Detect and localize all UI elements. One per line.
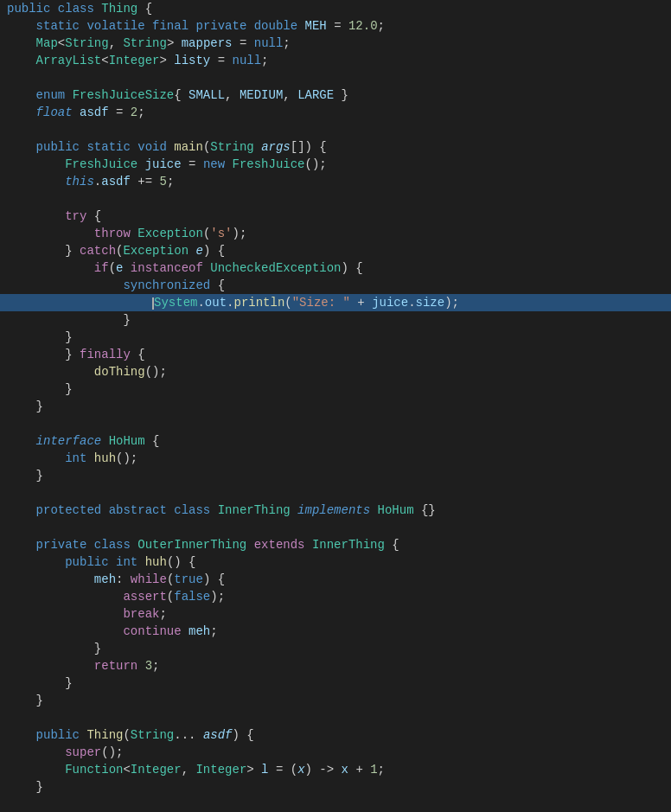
code-line-23: }	[0, 380, 671, 398]
code-line-14: throw Exception('s');	[0, 225, 671, 242]
code-line-20: }	[0, 329, 671, 346]
code-line-4: ArrayList<Integer> listy = null;	[0, 52, 671, 69]
code-line-46: }	[0, 778, 671, 796]
code-line-26: interface HoHum {	[0, 432, 671, 450]
code-line-34: meh: while(true) {	[0, 571, 671, 588]
code-line-38: }	[0, 640, 671, 657]
code-line-32: private class OuterInnerThing extends In…	[0, 536, 671, 553]
code-line-41: }	[0, 692, 671, 709]
code-line-39: return 3;	[0, 657, 671, 675]
code-line-7: float asdf = 2;	[0, 104, 671, 121]
code-line-37: continue meh;	[0, 623, 671, 640]
code-line-5	[0, 69, 671, 86]
code-line-43: public Thing(String... asdf) {	[0, 726, 671, 744]
code-line-40: }	[0, 675, 671, 692]
code-line-35: assert(false);	[0, 588, 671, 605]
code-line-8	[0, 121, 671, 138]
code-line-2: static volatile final private double MEH…	[0, 17, 671, 35]
code-line-9: public static void main(String args[]) {	[0, 138, 671, 156]
code-line-18: System.out.println("Size: " + juice.size…	[0, 294, 671, 311]
code-line-33: public int huh() {	[0, 553, 671, 571]
code-line-29	[0, 484, 671, 502]
code-line-21: } finally {	[0, 346, 671, 363]
code-line-22: doThing();	[0, 363, 671, 380]
code-editor: public class Thing { static volatile fin…	[0, 0, 671, 812]
code-line-11: this.asdf += 5;	[0, 173, 671, 190]
code-line-3: Map<String, String> mappers = null;	[0, 35, 671, 52]
code-line-28: }	[0, 467, 671, 484]
code-line-25	[0, 415, 671, 432]
code-line-17: synchronized {	[0, 277, 671, 294]
code-line-45: Function<Integer, Integer> l = (x) -> x …	[0, 761, 671, 778]
code-line-27: int huh();	[0, 450, 671, 467]
code-line-1: public class Thing {	[0, 0, 671, 17]
code-line-16: if(e instanceof UncheckedException) {	[0, 259, 671, 277]
code-line-10: FreshJuice juice = new FreshJuice();	[0, 156, 671, 173]
code-line-31	[0, 519, 671, 536]
code-line-12	[0, 190, 671, 208]
code-line-30: protected abstract class InnerThing impl…	[0, 502, 671, 519]
code-line-24: }	[0, 398, 671, 415]
code-line-15: } catch(Exception e) {	[0, 242, 671, 259]
code-line-42	[0, 709, 671, 726]
code-line-13: try {	[0, 208, 671, 225]
code-line-47	[0, 796, 671, 812]
code-line-19: }	[0, 311, 671, 329]
code-line-36: break;	[0, 605, 671, 623]
code-line-6: enum FreshJuiceSize{ SMALL, MEDIUM, LARG…	[0, 86, 671, 104]
code-line-44: super();	[0, 744, 671, 761]
